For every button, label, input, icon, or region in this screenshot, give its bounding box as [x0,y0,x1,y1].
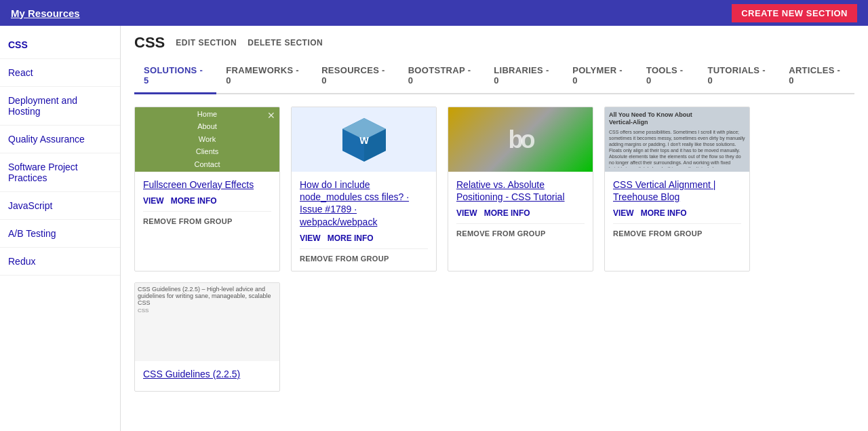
card-2-title[interactable]: How do I include node_modules css files?… [300,179,428,228]
my-resources-logo[interactable]: My Resources [11,7,80,19]
card-1-nav-work: Work [199,134,216,145]
sidebar-item-quality[interactable]: Quality Assurance [0,126,120,153]
sidebar-item-ab-testing[interactable]: A/B Testing [0,220,120,248]
tab-resources[interactable]: RESOURCES - 0 [312,58,399,94]
card-3-actions: VIEW More Info [456,208,585,218]
card-5-body: CSS Guidelines (2.2.5) [135,361,279,391]
treehouse-heading: All You Need To Know AboutVertical-Align [609,111,745,126]
layout: CSSReactDeployment and HostingQuality As… [0,26,868,431]
card-guidelines: CSS Guidelines (2.2.5) – High-level advi… [134,282,280,392]
tab-polymer[interactable]: POLYMER - 0 [563,58,637,94]
treehouse-excerpt: CSS offers some possibilities. Sometimes… [609,129,745,168]
card-2-image: W [292,107,436,172]
card-2-actions: VIEW More Info [300,233,428,243]
cards-grid: ✕ Home About Work Clients Contact Fullsc… [134,107,854,392]
card-4-view-link[interactable]: VIEW [613,208,634,218]
card-3-view-link[interactable]: VIEW [456,208,477,218]
tab-tutorials[interactable]: TUTORIALS - 0 [698,58,779,94]
card-1-close-icon[interactable]: ✕ [267,110,275,121]
card-1-title[interactable]: Fullscreen Overlay Effects [143,179,271,191]
card-1-nav-about: About [197,121,217,132]
sidebar-item-software[interactable]: Software Project Practices [0,153,120,192]
card-3-body: Relative vs. Absolute Positioning - CSS … [448,172,593,246]
tab-solutions[interactable]: SOLUTIONS - 5 [134,58,216,94]
header: My Resources CREATE NEW SECTION [0,0,868,26]
card-1-view-link[interactable]: VIEW [143,196,164,206]
tab-tools[interactable]: TOOLS - 0 [637,58,698,94]
card-3-moreinfo-link[interactable]: More Info [484,208,530,218]
create-new-section-button[interactable]: CREATE NEW SECTION [732,4,857,22]
tab-frameworks[interactable]: FRAMEWORKS - 0 [216,58,312,94]
card-1-actions: VIEW More Info [143,196,271,206]
card-1-moreinfo-link[interactable]: More Info [171,196,217,206]
card-4-body: CSS Vertical Alignment | Treehouse Blog … [605,172,749,246]
tab-libraries[interactable]: LIBRARIES - 0 [484,58,563,94]
card-2-moreinfo-link[interactable]: More Info [328,233,374,243]
svg-text:W: W [359,134,369,145]
sidebar-item-css[interactable]: CSS [0,31,120,59]
card-2-body: How do I include node_modules css files?… [292,172,436,271]
card-3-divider [456,223,585,224]
card-4-remove-button[interactable]: REMOVE FROM GROUP [613,227,741,240]
card-5-title[interactable]: CSS Guidelines (2.2.5) [143,368,271,380]
card-4-title[interactable]: CSS Vertical Alignment | Treehouse Blog [613,179,741,203]
card-webpack: W How do I include node_modules css file… [291,107,437,271]
section-header: CSS EDIT SECTION DELETE SECTION [134,34,854,52]
edit-section-button[interactable]: EDIT SECTION [176,38,237,48]
card-1-nav-home: Home [197,109,217,119]
card-treehouse: All You Need To Know AboutVertical-Align… [604,107,750,271]
main-content: CSS EDIT SECTION DELETE SECTION SOLUTION… [121,26,868,431]
card-4-divider [613,223,741,224]
card-1-divider [143,211,271,212]
card-1-image: ✕ Home About Work Clients Contact [135,107,279,172]
card-5-image: CSS Guidelines (2.2.5) – High-level advi… [135,283,279,361]
card-1-nav-contact: Contact [195,160,220,170]
card-1-nav-clients: Clients [196,147,219,157]
card-2-divider [300,248,428,249]
section-title: CSS [134,34,165,52]
card-1-body: Fullscreen Overlay Effects VIEW More Inf… [135,172,279,233]
card-4-actions: VIEW More Info [613,208,741,218]
card-fullscreen-overlay: ✕ Home About Work Clients Contact Fullsc… [134,107,280,271]
delete-section-button[interactable]: DELETE SECTION [248,38,323,48]
card-4-moreinfo-link[interactable]: More Info [641,208,687,218]
card-2-view-link[interactable]: VIEW [300,233,321,243]
card-5-image-label: CSS Guidelines (2.2.5) – High-level advi… [138,286,277,306]
sidebar-item-redux[interactable]: Redux [0,248,120,276]
card-3-remove-button[interactable]: REMOVE FROM GROUP [456,227,585,240]
card-1-remove-button[interactable]: REMOVE FROM GROUP [143,214,271,228]
card-3-image-placeholder: bo [448,107,593,172]
sidebar-item-react[interactable]: React [0,59,120,87]
card-3-image: bo [448,107,593,172]
card-positioning: bo Relative vs. Absolute Positioning - C… [448,107,593,271]
webpack-cube-icon: W [337,113,391,167]
tab-bootstrap[interactable]: BOOTSTRAP - 0 [399,58,485,94]
card-4-image: All You Need To Know AboutVertical-Align… [605,107,749,172]
card-2-remove-button[interactable]: REMOVE FROM GROUP [300,252,428,265]
tab-articles[interactable]: ARTICLES - 0 [779,58,854,94]
tabs-bar: SOLUTIONS - 5FRAMEWORKS - 0RESOURCES - 0… [134,58,854,94]
card-3-title[interactable]: Relative vs. Absolute Positioning - CSS … [456,179,585,203]
sidebar: CSSReactDeployment and HostingQuality As… [0,26,121,431]
sidebar-item-javascript[interactable]: JavaScript [0,192,120,220]
sidebar-item-deployment[interactable]: Deployment and Hosting [0,87,120,126]
